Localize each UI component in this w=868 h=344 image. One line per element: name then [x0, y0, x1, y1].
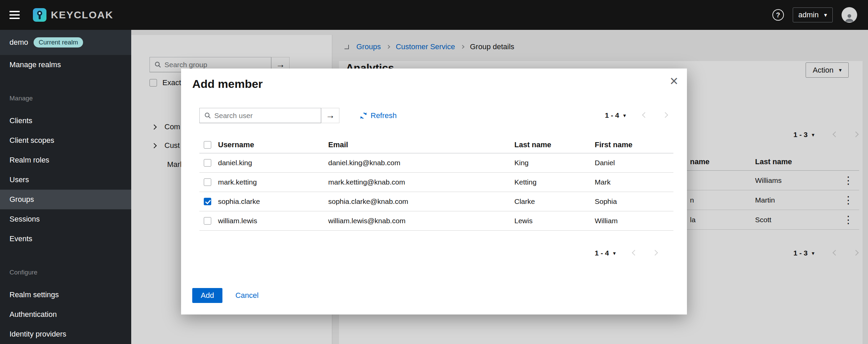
- cell-username: mark.ketting: [218, 178, 328, 186]
- sidebar-item-events[interactable]: Events: [0, 229, 131, 249]
- sidebar-item-users[interactable]: Users: [0, 170, 131, 190]
- nav-section-manage: Manage: [0, 90, 131, 111]
- masthead: KEYCLOAK ? admin: [0, 0, 868, 30]
- col-email: Email: [328, 140, 514, 149]
- sidebar-item-authentication[interactable]: Authentication: [0, 305, 131, 324]
- prev-page-button[interactable]: [643, 113, 647, 118]
- help-icon: ?: [772, 9, 784, 21]
- sidebar-item-realm-roles[interactable]: Realm roles: [0, 150, 131, 170]
- close-button[interactable]: [670, 74, 678, 88]
- add-member-modal: Add member Refresh 1 - 4: [181, 69, 687, 314]
- pagination-range: 1 - 4: [595, 249, 609, 257]
- sidebar-item-realm-settings[interactable]: Realm settings: [0, 285, 131, 305]
- user-select-table: Username Email Last name First name dani…: [199, 136, 673, 231]
- per-page-caret-icon[interactable]: [623, 112, 626, 119]
- search-icon: [204, 112, 211, 119]
- chevron-left-icon: [642, 112, 648, 118]
- user-search-field: [199, 108, 321, 123]
- sidebar-item-groups[interactable]: Groups: [0, 190, 131, 209]
- nav-section-configure: Configure: [0, 264, 131, 285]
- chevron-right-icon: [652, 250, 658, 255]
- sidebar-item-client-scopes[interactable]: Client scopes: [0, 131, 131, 150]
- col-first-name: First name: [595, 140, 673, 149]
- cell-email: sophia.clarke@knab.com: [328, 197, 514, 206]
- sidebar-item-clients[interactable]: Clients: [0, 111, 131, 131]
- refresh-label: Refresh: [371, 111, 397, 120]
- keycloak-admin-console: KEYCLOAK ? admin demo Current realm Mana…: [0, 0, 868, 344]
- cell-first-name: William: [595, 217, 673, 225]
- realm-name: demo: [9, 38, 28, 47]
- cell-last-name: King: [514, 159, 595, 167]
- cell-last-name: Ketting: [514, 178, 595, 186]
- user-table-header: Username Email Last name First name: [199, 136, 673, 153]
- modal-pagination-bottom: 1 - 4: [595, 246, 657, 261]
- hamburger-icon: [9, 11, 20, 19]
- cell-last-name: Lewis: [514, 217, 595, 225]
- user-search-input[interactable]: [214, 112, 321, 120]
- user-row: sophia.clarke sophia.clarke@knab.com Cla…: [199, 192, 673, 211]
- close-icon: [670, 73, 678, 89]
- add-button[interactable]: Add: [192, 288, 222, 303]
- user-menu-button[interactable]: admin: [793, 7, 833, 22]
- chevron-right-icon: [663, 112, 668, 118]
- row-checkbox[interactable]: [204, 198, 211, 205]
- user-row: mark.ketting mark.ketting@knab.com Ketti…: [199, 173, 673, 192]
- modal-footer: Add Cancel: [192, 288, 259, 303]
- user-search-submit-button[interactable]: [321, 108, 339, 123]
- sidebar: demo Current realm Manage realms Manage …: [0, 30, 131, 344]
- row-checkbox[interactable]: [204, 178, 211, 186]
- realm-switcher[interactable]: demo Current realm: [0, 30, 131, 55]
- col-last-name: Last name: [514, 140, 595, 149]
- row-checkbox[interactable]: [204, 217, 211, 225]
- cell-username: william.lewis: [218, 217, 328, 225]
- cell-first-name: Mark: [595, 178, 673, 186]
- sidebar-item-manage-realms[interactable]: Manage realms: [0, 55, 131, 75]
- nav-toggle-button[interactable]: [9, 9, 20, 21]
- prev-page-button[interactable]: [633, 251, 637, 256]
- col-username: Username: [218, 140, 328, 149]
- sidebar-item-identity-providers[interactable]: Identity providers: [0, 324, 131, 344]
- brand[interactable]: KEYCLOAK: [32, 7, 113, 23]
- select-all-checkbox[interactable]: [204, 141, 211, 149]
- next-page-button[interactable]: [663, 113, 667, 118]
- brand-text: KEYCLOAK: [51, 9, 113, 21]
- refresh-button[interactable]: Refresh: [360, 108, 397, 123]
- arrow-right-icon: [326, 110, 335, 121]
- cell-first-name: Sophia: [595, 197, 673, 206]
- user-row: william.lewis william.lewis@knab.com Lew…: [199, 211, 673, 231]
- keycloak-logo-icon: [32, 7, 47, 23]
- cell-email: mark.ketting@knab.com: [328, 178, 514, 186]
- cell-username: daniel.king: [218, 159, 328, 167]
- per-page-caret-icon[interactable]: [613, 250, 616, 256]
- avatar[interactable]: [842, 7, 857, 23]
- modal-title: Add member: [192, 77, 263, 91]
- cell-username: sophia.clarke: [218, 197, 328, 206]
- cell-email: daniel.king@knab.com: [328, 159, 514, 167]
- sidebar-item-sessions[interactable]: Sessions: [0, 209, 131, 229]
- cell-first-name: Daniel: [595, 159, 673, 167]
- user-icon: [844, 13, 854, 23]
- cancel-button[interactable]: Cancel: [235, 291, 258, 300]
- help-button[interactable]: ?: [772, 9, 784, 21]
- refresh-icon: [360, 112, 367, 119]
- pagination-range: 1 - 4: [605, 111, 619, 119]
- row-checkbox[interactable]: [204, 159, 211, 167]
- next-page-button[interactable]: [653, 251, 657, 256]
- masthead-right: ? admin: [772, 0, 857, 30]
- caret-down-icon: [824, 12, 827, 19]
- user-row: daniel.king daniel.king@knab.com King Da…: [199, 153, 673, 173]
- chevron-left-icon: [632, 250, 638, 255]
- user-menu-label: admin: [798, 11, 819, 19]
- current-realm-badge: Current realm: [34, 37, 83, 47]
- cell-email: william.lewis@knab.com: [328, 217, 514, 225]
- cell-last-name: Clarke: [514, 197, 595, 206]
- modal-pagination-top: 1 - 4: [605, 108, 667, 123]
